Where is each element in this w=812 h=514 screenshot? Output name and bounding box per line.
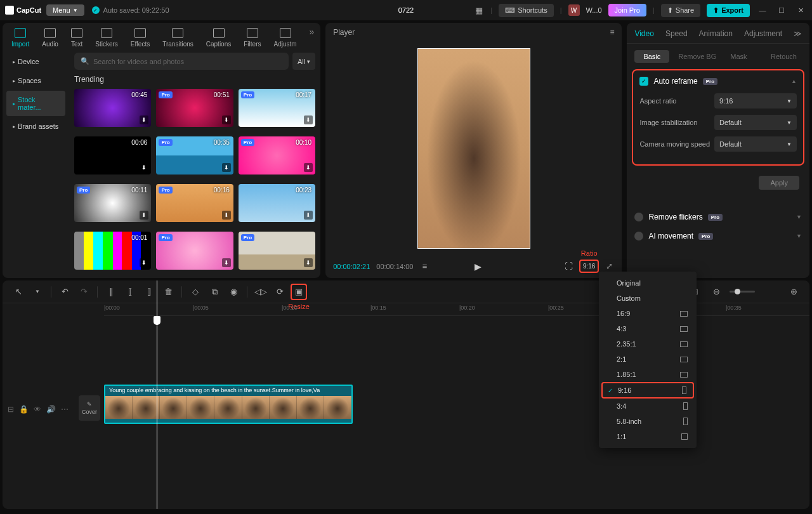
download-icon[interactable]: ⬇ xyxy=(140,163,148,172)
apply-button[interactable]: Apply xyxy=(759,176,799,190)
inspector-tab-speed[interactable]: Speed xyxy=(665,29,688,38)
mirror-tool[interactable]: ◁▷ xyxy=(252,284,269,300)
media-thumb-9[interactable]: 00:01⬇ xyxy=(74,232,151,270)
minimize-icon[interactable]: — xyxy=(756,6,769,14)
search-input[interactable]: 🔍 Search for videos and photos xyxy=(74,53,289,70)
download-icon[interactable]: ⬇ xyxy=(140,211,148,220)
sidebar-item-3[interactable]: ▸Brand assets xyxy=(6,117,65,135)
ratio-option-1-85-1[interactable]: 1.85:1 xyxy=(599,367,697,382)
subtab-retouch[interactable]: Retouch xyxy=(766,50,802,63)
media-thumb-0[interactable]: 00:45⬇ xyxy=(74,89,151,127)
media-tab-import[interactable]: Import xyxy=(9,27,32,49)
download-icon[interactable]: ⬇ xyxy=(222,211,231,220)
ratio-option-Custom[interactable]: Custom xyxy=(599,291,697,306)
media-thumb-10[interactable]: Pro⬇ xyxy=(156,232,233,270)
media-thumb-7[interactable]: Pro00:16⬇ xyxy=(156,184,233,222)
media-tab-stickers[interactable]: Stickers xyxy=(93,27,121,49)
media-thumb-1[interactable]: Pro00:51⬇ xyxy=(156,89,233,127)
marker-tool[interactable]: ◇ xyxy=(187,284,204,300)
inspector-tab-animation[interactable]: Animation xyxy=(699,29,733,38)
download-icon[interactable]: ⬇ xyxy=(304,115,313,124)
delete-tool[interactable]: 🗑 xyxy=(160,284,176,300)
player-menu-icon[interactable]: ≡ xyxy=(610,28,614,37)
eye-icon[interactable]: 👁 xyxy=(34,405,41,414)
media-tab-filters[interactable]: Filters xyxy=(241,27,263,49)
sidebar-item-2[interactable]: ▸Stock mater... xyxy=(6,91,65,116)
inspector-tab-adjustment[interactable]: Adjustment xyxy=(744,29,782,38)
filter-all-button[interactable]: All ▾ xyxy=(292,53,315,70)
download-icon[interactable]: ⬇ xyxy=(304,163,313,172)
download-icon[interactable]: ⬇ xyxy=(304,211,313,220)
zoom-slider[interactable] xyxy=(730,291,755,293)
more-tabs-icon[interactable]: » xyxy=(309,27,314,37)
ratio-option-2-35-1[interactable]: 2.35:1 xyxy=(599,336,697,352)
ratio-option-2-1[interactable]: 2:1 xyxy=(599,352,697,367)
subtab-mask[interactable]: Mask xyxy=(725,50,752,63)
join-pro-button[interactable]: Join Pro xyxy=(608,4,646,16)
ratio-option-Original[interactable]: Original xyxy=(599,275,697,291)
media-tab-audio[interactable]: Audio xyxy=(39,27,61,49)
media-thumb-3[interactable]: 00:06⬇ xyxy=(74,136,151,175)
scale-icon[interactable]: ⛶ xyxy=(564,261,574,272)
fullscreen-icon[interactable]: ⤢ xyxy=(604,261,614,272)
download-icon[interactable]: ⬇ xyxy=(140,258,148,267)
toggle-off-icon[interactable] xyxy=(634,213,643,221)
tool-chevron[interactable]: ▼ xyxy=(29,284,46,300)
menu-button[interactable]: Menu▼ xyxy=(46,4,84,16)
close-icon[interactable]: ✕ xyxy=(794,6,807,15)
more-icon[interactable]: ⋯ xyxy=(61,405,69,414)
select-tool[interactable]: ↖ xyxy=(10,284,27,300)
media-tab-captions[interactable]: Captions xyxy=(204,27,233,49)
shortcuts-button[interactable]: ⌨ Shortcuts xyxy=(499,4,553,17)
ratio-option-9-16[interactable]: ✓9:16 xyxy=(601,382,694,399)
inspector-more-icon[interactable]: ≫ xyxy=(794,29,802,38)
speed-tool[interactable]: ◉ xyxy=(225,284,242,300)
collapse-icon[interactable]: ▲ xyxy=(791,78,797,84)
media-thumb-4[interactable]: Pro00:35⬇ xyxy=(156,136,233,175)
mute-icon[interactable]: 🔊 xyxy=(46,405,56,414)
subtab-remove-bg[interactable]: Remove BG xyxy=(673,50,721,63)
ratio-option-1-1[interactable]: 1:1 xyxy=(599,429,697,444)
download-icon[interactable]: ⬇ xyxy=(222,163,231,172)
media-tab-adjustm[interactable]: Adjustm xyxy=(271,27,299,49)
maximize-icon[interactable]: ☐ xyxy=(775,6,788,15)
video-clip[interactable]: Young couple embracing and kissing on th… xyxy=(104,385,353,424)
sidebar-item-1[interactable]: ▸Spaces xyxy=(6,72,65,89)
lock-icon[interactable]: 🔒 xyxy=(19,405,29,414)
rotate-tool[interactable]: ⟳ xyxy=(272,284,288,300)
undo-button[interactable]: ↶ xyxy=(56,284,73,300)
timeline-ruler[interactable]: |00:00|00:05|00:10|00:15|00:20|00:25|00:… xyxy=(104,303,809,316)
inspector-tab-video[interactable]: Video xyxy=(634,29,653,38)
camera-speed-select[interactable]: Default▼ xyxy=(714,136,797,152)
remove-flickers-row[interactable]: Remove flickers Pro ▼ xyxy=(632,208,804,227)
aspect-ratio-select[interactable]: 9:16▼ xyxy=(714,93,797,109)
cover-button[interactable]: ✎ Cover xyxy=(79,395,100,421)
media-thumb-6[interactable]: Pro00:11⬇ xyxy=(74,184,151,222)
media-thumb-11[interactable]: Pro⬇ xyxy=(239,232,315,270)
zoom-out-icon[interactable]: ⊖ xyxy=(708,284,724,300)
ratio-button[interactable]: Ratio 9:16 xyxy=(579,260,599,273)
download-icon[interactable]: ⬇ xyxy=(222,258,231,267)
player-viewport[interactable] xyxy=(325,42,622,254)
media-thumb-5[interactable]: Pro00:10⬇ xyxy=(239,136,315,175)
list-icon[interactable]: ≡ xyxy=(419,261,429,272)
trim-left-tool[interactable]: ⟦ xyxy=(122,284,138,300)
user-avatar[interactable]: W xyxy=(568,4,580,16)
media-thumb-8[interactable]: 00:23⬇ xyxy=(239,184,315,222)
crop-tool[interactable]: ▣ Resize xyxy=(291,284,307,300)
ratio-option-4-3[interactable]: 4:3 xyxy=(599,321,697,336)
export-button[interactable]: ⬆ Export xyxy=(707,4,750,17)
ratio-option-5-8-inch[interactable]: 5.8-inch xyxy=(599,414,697,429)
ratio-option-16-9[interactable]: 16:9 xyxy=(599,306,697,321)
ai-movement-row[interactable]: AI movement Pro ▼ xyxy=(632,227,804,246)
duplicate-tool[interactable]: ⧉ xyxy=(206,284,223,300)
redo-button[interactable]: ↷ xyxy=(75,284,92,300)
playhead[interactable] xyxy=(157,280,157,509)
media-tab-text[interactable]: Text xyxy=(69,27,85,49)
sidebar-item-0[interactable]: ▸Device xyxy=(6,53,65,70)
media-tab-transitions[interactable]: Transitions xyxy=(160,27,196,49)
subtitle-toggle-icon[interactable]: ⊟ xyxy=(8,405,14,414)
ratio-option-3-4[interactable]: 3:4 xyxy=(599,399,697,414)
zoom-in-icon[interactable]: ⊕ xyxy=(785,284,802,300)
share-button[interactable]: ⬆ Share xyxy=(661,4,700,17)
